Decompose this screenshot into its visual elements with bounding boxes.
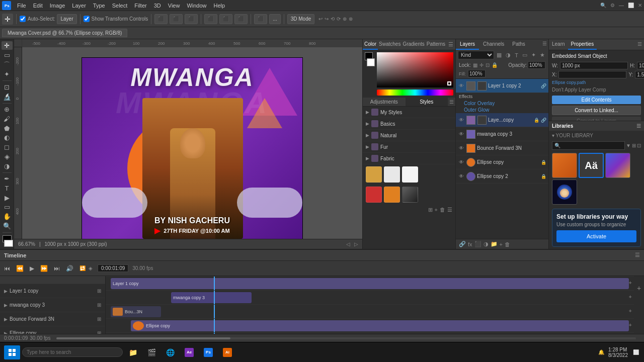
tab-paths[interactable]: Paths (508, 39, 529, 50)
layer-vis-4[interactable]: 👁 (458, 159, 465, 165)
time-display[interactable]: 0:00:01:09 (98, 264, 128, 272)
effects-filter[interactable]: ★ (538, 51, 546, 59)
layers-menu-icon[interactable]: ☰ (541, 39, 548, 50)
track-ellipse[interactable]: ▶ Ellipse copy ⊞ (0, 326, 105, 334)
layer-item-2[interactable]: 👁 mwanga copy 3 (456, 127, 548, 141)
edit-contents-btn[interactable]: Edit Contents (552, 96, 641, 104)
lock-all[interactable]: 🔒 (492, 62, 498, 68)
swatch-red[interactable] (366, 187, 382, 203)
tl-scroll-thumb[interactable] (56, 337, 230, 339)
lock-artboard[interactable]: ⊡ (486, 62, 490, 68)
zoom-tool[interactable]: 🔍 (2, 222, 13, 230)
layer-item-1[interactable]: 👁 Laye...copy 🔒 🔗 (456, 113, 548, 127)
lib-search-input[interactable] (552, 141, 625, 150)
taskbar-browser[interactable]: 🌐 (162, 345, 179, 359)
section-header-fabric[interactable]: ▶ Fabric (363, 153, 455, 164)
convert-linked-btn[interactable]: Convert to Linked... (552, 106, 641, 115)
tab-channels[interactable]: Channels (479, 39, 508, 50)
ellipse-path[interactable]: Ellipse copy.path (552, 80, 641, 85)
track-layer1copy[interactable]: ▶ Layer 1 copy ⊞ (0, 284, 105, 298)
tl-loop-btn[interactable]: 🔁 (79, 265, 86, 271)
lib-thumb-2[interactable]: Aä (579, 153, 604, 178)
more-options[interactable]: ... (269, 14, 280, 24)
align-middle[interactable]: ⬛ (219, 14, 232, 24)
auto-select-checkbox[interactable] (20, 16, 26, 22)
background-color[interactable] (4, 240, 13, 247)
tab-styles[interactable]: Styles (406, 98, 448, 106)
tl-next-frame[interactable]: ⏩ (38, 264, 50, 273)
layer-dropdown[interactable]: Layer (57, 14, 76, 24)
adjustment-btn[interactable]: ◑ (484, 241, 489, 247)
eraser-tool[interactable]: ◻ (2, 143, 13, 151)
props-menu[interactable]: ☰ (635, 39, 644, 50)
layer-lock-5[interactable]: 🔒 (541, 174, 546, 179)
section-header-mystyles[interactable]: ▶ My Styles (363, 107, 455, 118)
shape-tool[interactable]: ▭ (2, 203, 13, 212)
healing-tool[interactable]: ⊕ (2, 105, 13, 114)
menu-select[interactable]: Select (109, 2, 131, 10)
menu-view[interactable]: View (165, 2, 183, 10)
tl-expand-1[interactable]: ⊞ (97, 302, 101, 308)
layer-vis-2[interactable]: 👁 (458, 131, 465, 137)
section-header-fur[interactable]: ▶ Fur (363, 141, 455, 152)
menu-help[interactable]: Help (211, 2, 228, 10)
history-brush[interactable]: ◐ (2, 134, 13, 142)
lib-filter-btn[interactable]: ▼ (626, 143, 631, 148)
align-center-h[interactable]: ⬛ (170, 14, 183, 24)
brush-tool[interactable]: 🖌 (2, 115, 13, 123)
menu-icon[interactable]: ☰ (447, 207, 452, 213)
folder-btn[interactable]: 📁 (491, 241, 498, 247)
shape-filter[interactable]: ▭ (521, 51, 529, 59)
type-filter[interactable]: T (513, 52, 520, 59)
y-input[interactable] (635, 71, 644, 78)
lib-sort-btn[interactable]: ⊞ (632, 143, 636, 148)
tl-expand-0[interactable]: ⊞ (97, 288, 101, 294)
clip-mwanga[interactable]: mwanga copy 3 (171, 292, 252, 303)
tab-properties[interactable]: Properties (568, 39, 597, 50)
bg-color-swatch[interactable] (367, 58, 375, 66)
clip-0[interactable]: Layer 1 copy (111, 278, 629, 289)
stamp-tool[interactable]: ⬟ (2, 124, 13, 133)
fill-input[interactable] (468, 70, 486, 77)
distribute-btns[interactable]: ⬛ (254, 14, 267, 24)
align-bottom[interactable]: ⬛ (234, 14, 248, 24)
menu-layer[interactable]: Layer (69, 2, 89, 10)
swatch-dark[interactable] (402, 187, 418, 203)
gradient-tool[interactable]: ◈ (2, 152, 13, 161)
new-layer-btn[interactable]: + (500, 241, 503, 247)
taskbar-media[interactable]: 🎬 (143, 345, 160, 359)
styles-menu[interactable]: ☰ (448, 98, 455, 106)
layer-vis-3[interactable]: 👁 (458, 145, 465, 151)
swatch-orange[interactable] (384, 187, 400, 203)
layer-item-0[interactable]: 👁 Layer 1 copy 2 🔗 (456, 79, 548, 93)
effect-outer-glow[interactable]: Outer Glow (456, 107, 548, 113)
add-track-btn-0[interactable]: + (629, 280, 632, 286)
move-tool-icon[interactable]: ✛ (2, 41, 13, 50)
libraries-menu[interactable]: ☰ (636, 123, 641, 129)
opacity-input[interactable] (528, 61, 545, 69)
adjustment-filter[interactable]: ◑ (504, 51, 512, 59)
add-track-btn-3[interactable]: + (629, 322, 632, 328)
menu-type[interactable]: Type (90, 2, 108, 10)
3d-mode[interactable]: 3D Mode (287, 14, 315, 24)
tab-gradients[interactable]: Gradients (401, 39, 425, 50)
tl-goto-end[interactable]: ⏭ (52, 264, 62, 273)
section-header-basics[interactable]: ▶ Basics (363, 118, 455, 129)
h-input[interactable] (637, 62, 644, 69)
color-gradient[interactable] (377, 52, 453, 87)
track-bounce[interactable]: ▶ Bounce Forward 3N ⊞ (0, 312, 105, 326)
move-tool[interactable]: ✛ (2, 14, 13, 25)
pixel-filter[interactable]: ▦ (495, 51, 503, 59)
convert-layers-btn[interactable]: Convert to Layers (552, 117, 641, 121)
pen-tool[interactable]: ✒ (2, 174, 13, 183)
transform-checkbox[interactable] (84, 16, 90, 22)
type-tool[interactable]: T (2, 184, 13, 193)
grid-icon[interactable]: ⊞ (428, 207, 433, 213)
tl-rubber-band[interactable]: ◈ (89, 265, 93, 271)
tl-scrollbar[interactable] (56, 337, 636, 339)
lasso-tool[interactable]: ⌒ (2, 60, 13, 69)
swatch-white1[interactable] (384, 166, 400, 183)
add-icon[interactable]: + (435, 207, 438, 213)
path-select[interactable]: ▶ (2, 194, 13, 202)
lib-thumb-3[interactable] (605, 153, 630, 178)
